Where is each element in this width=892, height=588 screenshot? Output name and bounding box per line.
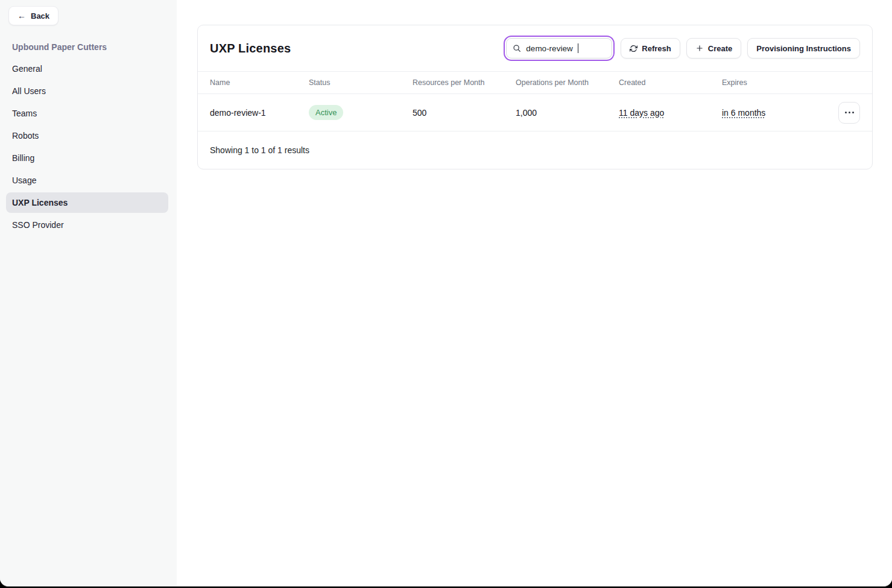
column-header-operations: Operations per Month <box>516 78 619 87</box>
status-badge: Active <box>309 105 343 120</box>
ellipsis-icon <box>845 112 847 113</box>
created-value[interactable]: 11 days ago <box>619 108 664 118</box>
expires-value[interactable]: in 6 months <box>722 108 765 118</box>
create-button[interactable]: Create <box>686 38 741 58</box>
org-name: Upbound Paper Cutters <box>12 42 165 52</box>
text-cursor <box>578 43 579 53</box>
sidebar-item-uxp-licenses[interactable]: UXP Licenses <box>6 192 168 213</box>
sidebar-item-all-users[interactable]: All Users <box>6 81 168 101</box>
card-header: UXP Licenses demo-review <box>198 25 872 72</box>
page-title: UXP Licenses <box>210 42 291 55</box>
operations-per-month-value: 1,000 <box>516 108 619 118</box>
sidebar-item-robots[interactable]: Robots <box>6 125 168 146</box>
create-button-label: Create <box>708 44 732 53</box>
back-button[interactable]: ← Back <box>8 6 59 25</box>
table-header-row: Name Status Resources per Month Operatio… <box>198 72 872 94</box>
column-header-name: Name <box>210 78 309 87</box>
row-actions-button[interactable] <box>838 102 860 124</box>
refresh-icon <box>630 45 637 52</box>
back-arrow-icon: ← <box>17 11 26 20</box>
provisioning-instructions-label: Provisioning Instructions <box>756 44 851 53</box>
resources-per-month-value: 500 <box>413 108 516 118</box>
back-button-label: Back <box>31 11 49 21</box>
settings-sidebar: ← Back Upbound Paper Cutters General All… <box>0 0 177 586</box>
refresh-button-label: Refresh <box>642 44 671 53</box>
column-header-status: Status <box>309 78 413 87</box>
sidebar-item-billing[interactable]: Billing <box>6 148 168 168</box>
sidebar-item-sso-provider[interactable]: SSO Provider <box>6 215 168 235</box>
license-name: demo-review-1 <box>210 108 309 118</box>
column-header-created: Created <box>619 78 722 87</box>
results-summary: Showing 1 to 1 of 1 results <box>198 131 872 169</box>
provisioning-instructions-button[interactable]: Provisioning Instructions <box>747 38 860 58</box>
column-header-resources: Resources per Month <box>413 78 516 87</box>
refresh-button[interactable]: Refresh <box>621 38 680 58</box>
main-content: UXP Licenses demo-review <box>177 0 892 586</box>
header-actions: demo-review Refresh <box>504 38 860 58</box>
column-header-expires: Expires <box>722 78 833 87</box>
plus-icon <box>695 44 704 52</box>
sidebar-item-usage[interactable]: Usage <box>6 170 168 191</box>
search-value: demo-review <box>526 44 572 53</box>
sidebar-nav: General All Users Teams Robots Billing U… <box>6 58 168 235</box>
sidebar-item-general[interactable]: General <box>6 58 168 79</box>
search-input[interactable]: demo-review <box>506 38 612 58</box>
app-window: ← Back Upbound Paper Cutters General All… <box>0 0 892 587</box>
search-icon <box>513 44 521 52</box>
table-row: demo-review-1 Active 500 1,000 11 days a… <box>198 94 872 131</box>
sidebar-item-teams[interactable]: Teams <box>6 103 168 124</box>
uxp-licenses-card: UXP Licenses demo-review <box>197 25 873 169</box>
